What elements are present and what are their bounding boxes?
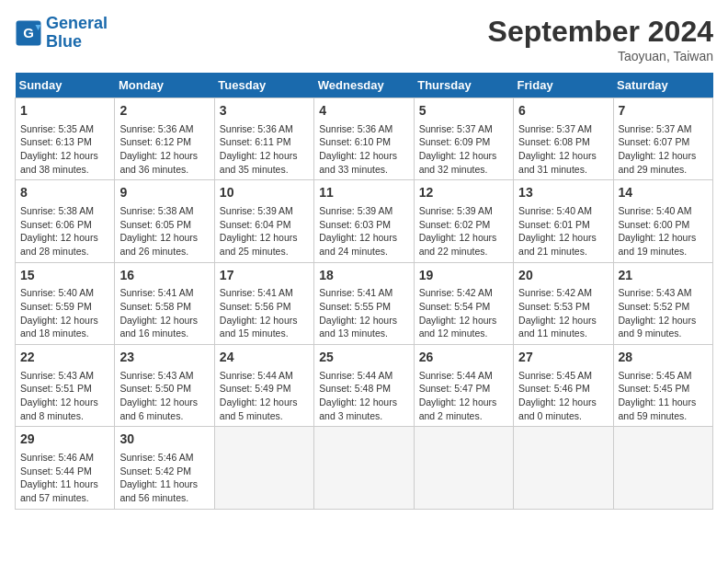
calendar-week-1: 1 Sunrise: 5:35 AMSunset: 6:13 PMDayligh…	[16, 98, 713, 180]
day-info: Sunrise: 5:41 AMSunset: 5:58 PMDaylight:…	[119, 286, 209, 340]
calendar-cell: 27 Sunrise: 5:45 AMSunset: 5:46 PMDaylig…	[514, 345, 613, 427]
day-info: Sunrise: 5:40 AMSunset: 6:01 PMDaylight:…	[518, 204, 608, 259]
day-number: 25	[319, 349, 408, 367]
calendar-cell: 30 Sunrise: 5:46 AMSunset: 5:42 PMDaylig…	[115, 427, 214, 509]
day-number: 12	[419, 184, 508, 202]
calendar-cell: 16 Sunrise: 5:41 AMSunset: 5:58 PMDaylig…	[115, 262, 214, 344]
calendar-cell: 15 Sunrise: 5:40 AMSunset: 5:59 PMDaylig…	[16, 262, 115, 344]
day-number: 27	[518, 349, 608, 367]
logo-icon: G	[15, 19, 42, 47]
calendar-cell: 14 Sunrise: 5:40 AMSunset: 6:00 PMDaylig…	[613, 180, 712, 262]
day-info: Sunrise: 5:45 AMSunset: 5:45 PMDaylight:…	[619, 369, 708, 423]
calendar-cell: 1 Sunrise: 5:35 AMSunset: 6:13 PMDayligh…	[16, 98, 115, 180]
day-info: Sunrise: 5:39 AMSunset: 6:04 PMDaylight:…	[220, 204, 309, 259]
calendar-cell: 7 Sunrise: 5:37 AMSunset: 6:07 PMDayligh…	[613, 98, 712, 180]
day-number: 7	[619, 102, 708, 121]
day-info: Sunrise: 5:44 AMSunset: 5:48 PMDaylight:…	[319, 369, 408, 423]
day-info: Sunrise: 5:37 AMSunset: 6:08 PMDaylight:…	[518, 122, 608, 177]
logo: G General Blue	[15, 15, 108, 52]
calendar-cell	[414, 427, 513, 509]
day-info: Sunrise: 5:40 AMSunset: 6:00 PMDaylight:…	[619, 204, 708, 259]
day-number: 11	[319, 184, 408, 202]
calendar-cell: 13 Sunrise: 5:40 AMSunset: 6:01 PMDaylig…	[514, 180, 613, 262]
day-number: 20	[518, 267, 608, 285]
day-number: 22	[20, 349, 109, 367]
col-header-friday: Friday	[514, 73, 613, 98]
calendar-cell: 5 Sunrise: 5:37 AMSunset: 6:09 PMDayligh…	[414, 98, 513, 180]
day-info: Sunrise: 5:44 AMSunset: 5:47 PMDaylight:…	[419, 369, 508, 423]
calendar-cell: 22 Sunrise: 5:43 AMSunset: 5:51 PMDaylig…	[16, 345, 115, 427]
day-info: Sunrise: 5:42 AMSunset: 5:54 PMDaylight:…	[419, 286, 508, 340]
day-info: Sunrise: 5:44 AMSunset: 5:49 PMDaylight:…	[220, 369, 309, 423]
col-header-thursday: Thursday	[414, 73, 513, 98]
calendar-cell: 8 Sunrise: 5:38 AMSunset: 6:06 PMDayligh…	[16, 180, 115, 262]
day-number: 21	[619, 267, 708, 285]
day-info: Sunrise: 5:46 AMSunset: 5:44 PMDaylight:…	[20, 451, 109, 505]
day-number: 2	[119, 102, 209, 121]
calendar-cell: 19 Sunrise: 5:42 AMSunset: 5:54 PMDaylig…	[414, 262, 513, 344]
day-number: 5	[419, 102, 508, 121]
calendar-cell: 25 Sunrise: 5:44 AMSunset: 5:48 PMDaylig…	[314, 345, 414, 427]
day-number: 24	[220, 349, 309, 367]
day-number: 16	[119, 267, 209, 285]
calendar-cell: 10 Sunrise: 5:39 AMSunset: 6:04 PMDaylig…	[214, 180, 313, 262]
calendar-week-5: 29 Sunrise: 5:46 AMSunset: 5:44 PMDaylig…	[16, 427, 713, 509]
calendar-cell: 26 Sunrise: 5:44 AMSunset: 5:47 PMDaylig…	[414, 345, 513, 427]
calendar-table: SundayMondayTuesdayWednesdayThursdayFrid…	[15, 73, 713, 510]
calendar-cell: 24 Sunrise: 5:44 AMSunset: 5:49 PMDaylig…	[214, 345, 313, 427]
calendar-cell: 28 Sunrise: 5:45 AMSunset: 5:45 PMDaylig…	[613, 345, 712, 427]
day-number: 17	[220, 267, 309, 285]
logo-line1: General	[46, 14, 108, 32]
day-info: Sunrise: 5:43 AMSunset: 5:51 PMDaylight:…	[20, 369, 109, 423]
logo-line2: Blue	[46, 32, 82, 51]
col-header-sunday: Sunday	[16, 73, 115, 98]
svg-text:G: G	[23, 24, 34, 40]
calendar-cell: 2 Sunrise: 5:36 AMSunset: 6:12 PMDayligh…	[115, 98, 214, 180]
calendar-cell: 4 Sunrise: 5:36 AMSunset: 6:10 PMDayligh…	[314, 98, 414, 180]
calendar-cell: 9 Sunrise: 5:38 AMSunset: 6:05 PMDayligh…	[115, 180, 214, 262]
day-info: Sunrise: 5:36 AMSunset: 6:12 PMDaylight:…	[119, 122, 209, 177]
calendar-cell: 23 Sunrise: 5:43 AMSunset: 5:50 PMDaylig…	[115, 345, 214, 427]
day-number: 30	[119, 431, 209, 449]
day-number: 19	[419, 267, 508, 285]
day-info: Sunrise: 5:45 AMSunset: 5:46 PMDaylight:…	[518, 369, 608, 423]
title-block: September 2024 Taoyuan, Taiwan	[488, 15, 713, 63]
day-number: 18	[319, 267, 408, 285]
day-number: 3	[220, 102, 309, 121]
col-header-saturday: Saturday	[613, 73, 712, 98]
day-info: Sunrise: 5:43 AMSunset: 5:50 PMDaylight:…	[119, 369, 209, 423]
page-header: G General Blue September 2024 Taoyuan, T…	[15, 15, 713, 63]
calendar-cell: 29 Sunrise: 5:46 AMSunset: 5:44 PMDaylig…	[16, 427, 115, 509]
day-number: 1	[20, 102, 109, 121]
day-info: Sunrise: 5:41 AMSunset: 5:55 PMDaylight:…	[319, 286, 408, 340]
calendar-week-2: 8 Sunrise: 5:38 AMSunset: 6:06 PMDayligh…	[16, 180, 713, 262]
day-info: Sunrise: 5:42 AMSunset: 5:53 PMDaylight:…	[518, 286, 608, 340]
calendar-cell: 11 Sunrise: 5:39 AMSunset: 6:03 PMDaylig…	[314, 180, 414, 262]
calendar-week-3: 15 Sunrise: 5:40 AMSunset: 5:59 PMDaylig…	[16, 262, 713, 344]
day-number: 9	[119, 184, 209, 202]
calendar-week-4: 22 Sunrise: 5:43 AMSunset: 5:51 PMDaylig…	[16, 345, 713, 427]
calendar-cell	[314, 427, 414, 509]
day-info: Sunrise: 5:36 AMSunset: 6:11 PMDaylight:…	[220, 122, 309, 177]
location: Taoyuan, Taiwan	[488, 49, 713, 63]
header-row: SundayMondayTuesdayWednesdayThursdayFrid…	[16, 73, 713, 98]
day-number: 4	[319, 102, 408, 121]
calendar-cell: 20 Sunrise: 5:42 AMSunset: 5:53 PMDaylig…	[514, 262, 613, 344]
day-number: 15	[20, 267, 109, 285]
day-info: Sunrise: 5:38 AMSunset: 6:05 PMDaylight:…	[119, 204, 209, 259]
day-info: Sunrise: 5:43 AMSunset: 5:52 PMDaylight:…	[619, 286, 708, 340]
calendar-cell: 21 Sunrise: 5:43 AMSunset: 5:52 PMDaylig…	[613, 262, 712, 344]
day-info: Sunrise: 5:37 AMSunset: 6:07 PMDaylight:…	[619, 122, 708, 177]
day-number: 26	[419, 349, 508, 367]
calendar-cell: 17 Sunrise: 5:41 AMSunset: 5:56 PMDaylig…	[214, 262, 313, 344]
calendar-cell: 18 Sunrise: 5:41 AMSunset: 5:55 PMDaylig…	[314, 262, 414, 344]
col-header-wednesday: Wednesday	[314, 73, 414, 98]
col-header-monday: Monday	[115, 73, 214, 98]
calendar-cell: 3 Sunrise: 5:36 AMSunset: 6:11 PMDayligh…	[214, 98, 313, 180]
day-info: Sunrise: 5:39 AMSunset: 6:02 PMDaylight:…	[419, 204, 508, 259]
day-info: Sunrise: 5:41 AMSunset: 5:56 PMDaylight:…	[220, 286, 309, 340]
month-title: September 2024	[488, 15, 713, 49]
day-info: Sunrise: 5:46 AMSunset: 5:42 PMDaylight:…	[119, 451, 209, 505]
calendar-cell: 12 Sunrise: 5:39 AMSunset: 6:02 PMDaylig…	[414, 180, 513, 262]
day-number: 6	[518, 102, 608, 121]
